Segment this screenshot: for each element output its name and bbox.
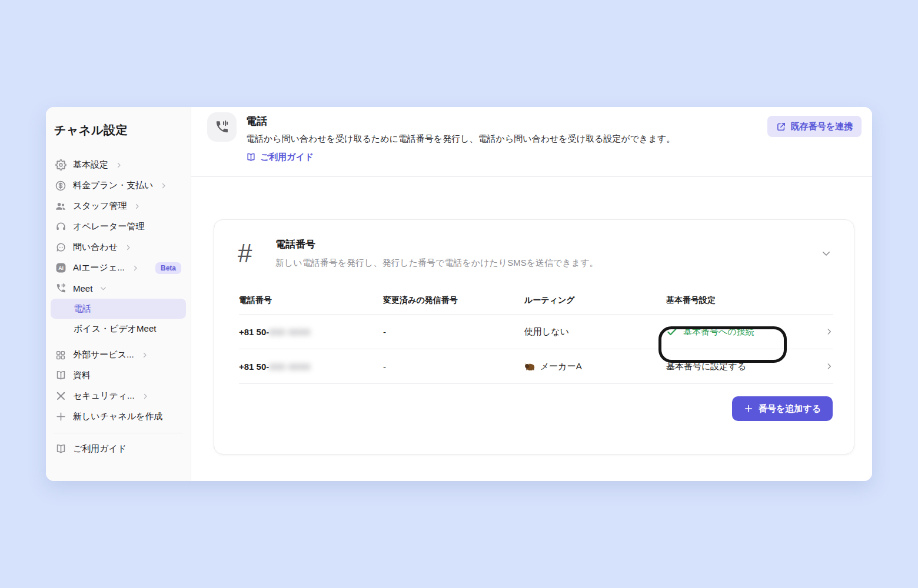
dollar-circle-icon [54,180,67,192]
ai-icon: AI [54,262,67,274]
sidebar-item-label: セキュリティ... [73,390,135,402]
phone-number-prefix: +81 50- [239,327,269,337]
chevron-right-icon [160,182,167,189]
plus-icon [744,404,753,413]
book-icon [246,152,256,162]
people-icon [54,201,67,212]
card-footer: 番号を追加する [214,384,854,421]
chevron-right-icon [132,265,139,272]
caller-id-cell: - [383,327,524,337]
phone-number-redacted: 000 0000 [269,362,311,372]
sidebar-item-label: オペレーター管理 [73,221,144,232]
chevron-right-icon [142,393,149,400]
book-icon [54,443,67,455]
collapse-chevron-down-icon[interactable] [821,248,831,259]
routing-cell: 使用しない [524,326,666,338]
table-row[interactable]: +81 50- 000 0000 - 使用しない 基本番号への接続 [239,315,833,349]
base-number-setting-cell[interactable]: 基本番号に設定する [666,361,817,372]
page-title: 電話 [246,114,675,128]
phone-number-cell: +81 50- 000 0000 [239,327,383,337]
book-icon [54,370,67,382]
column-header-caller-id: 変更済みの発信番号 [383,295,524,306]
sidebar-item-ai-agent[interactable]: AI AIエージェ... Beta [46,258,191,278]
bison-emoji [524,362,536,371]
base-number-setting-cell[interactable]: 基本番号への接続 [666,326,817,338]
usage-guide-link[interactable]: ご利用ガイド [246,152,314,163]
row-chevron-right-icon[interactable] [817,362,833,370]
sidebar-item-label: 新しいチャネルを作成 [73,411,162,422]
sidebar-item-voice-video-meet[interactable]: ボイス・ビデオMeet [51,319,186,339]
sidebar-item-label: 基本設定 [73,159,108,171]
svg-text:AI: AI [58,265,64,271]
chat-bubble-icon [54,242,67,253]
sidebar-item-label: Meet [73,283,92,293]
phone-icon [54,283,67,295]
card-header: # 電話番号 新しい電話番号を発行し、発行した番号で電話をかけたりSMSを送信で… [214,220,854,269]
phone-number-cell: +81 50- 000 0000 [239,362,383,372]
sidebar-item-label: 資料 [73,370,91,381]
sidebar-item-basic-settings[interactable]: 基本設定 [46,155,191,175]
sidebar-nav: 基本設定 料金プラン・支払い スタッフ管理 [46,155,191,459]
card-subtitle: 新しい電話番号を発行し、発行した番号で電話をかけたりSMSを送信できます。 [275,258,598,269]
headset-icon [54,221,67,233]
page-description: 電話から問い合わせを受け取るために電話番号を発行し、電話から問い合わせを受け取る… [246,133,675,145]
sidebar-item-label: ご利用ガイド [73,443,127,455]
sidebar-item-staff[interactable]: スタッフ管理 [46,196,191,216]
chevron-down-icon [99,285,107,292]
add-number-button-label: 番号を追加する [759,403,821,415]
header-text-block: 電話 電話から問い合わせを受け取るために電話番号を発行し、電話から問い合わせを受… [246,112,675,165]
phone-number-table: 電話番号 変更済みの発信番号 ルーティング 基本番号設定 +81 50- 000… [239,286,833,384]
base-number-setting-label: 基本番号への接続 [683,326,754,338]
sidebar-item-label: 問い合わせ [73,242,118,253]
chevron-right-icon [115,162,122,169]
app-window: チャネル設定 基本設定 料金プラン・支払い スタッフ管理 [46,107,872,481]
sidebar-title: チャネル設定 [54,122,191,138]
column-header-base-setting: 基本番号設定 [666,295,817,306]
routing-label: 使用しない [524,326,569,338]
sidebar-item-phone[interactable]: 電話 [51,299,186,319]
sidebar-item-meet[interactable]: Meet [46,278,191,299]
phone-channel-avatar [207,112,237,142]
header-divider [191,176,872,177]
sidebar-item-label: AIエージェ... [73,262,125,273]
main-content: 電話 電話から問い合わせを受け取るために電話番号を発行し、電話から問い合わせを受… [191,107,872,481]
grid-icon [54,349,67,361]
sidebar-item-security[interactable]: セキュリティ... [46,386,191,406]
routing-cell: メーカーA [524,361,666,372]
sidebar-item-documents[interactable]: 資料 [46,365,191,386]
card-title: 電話番号 [275,238,598,251]
chevron-right-icon [125,244,132,251]
usage-guide-link-label: ご利用ガイド [260,152,314,163]
chevron-right-icon [134,203,141,210]
sidebar-item-billing[interactable]: 料金プラン・支払い [46,175,191,196]
sidebar-item-label: スタッフ管理 [73,201,127,212]
hash-icon: # [238,240,275,266]
sidebar-item-label: 料金プラン・支払い [73,180,153,191]
link-existing-number-button[interactable]: 既存番号を連携 [767,116,862,137]
row-chevron-right-icon[interactable] [817,328,833,336]
beta-badge: Beta [155,262,181,274]
tools-icon [54,390,67,402]
phone-number-redacted: 000 0000 [269,327,311,337]
chevron-right-icon [141,352,148,359]
add-number-button[interactable]: 番号を追加する [732,396,833,421]
sidebar-item-usage-guide[interactable]: ご利用ガイド [46,439,191,459]
page-header: 電話 電話から問い合わせを受け取るために電話番号を発行し、電話から問い合わせを受… [191,107,872,165]
sidebar-item-label: 電話 [74,303,91,315]
table-row[interactable]: +81 50- 000 0000 - メーカーA 基本番号に設定する [239,349,833,384]
column-header-routing: ルーティング [524,295,666,306]
base-number-setting-label: 基本番号に設定する [666,361,746,372]
routing-label: メーカーA [540,361,582,372]
sidebar-item-operator[interactable]: オペレーター管理 [46,216,191,237]
sidebar-item-external-services[interactable]: 外部サービス... [46,345,191,365]
sidebar-item-inquiry[interactable]: 問い合わせ [46,237,191,258]
gear-icon [54,159,67,171]
caller-id-cell: - [383,362,524,372]
phone-number-prefix: +81 50- [239,362,269,372]
sidebar-item-label: ボイス・ビデオMeet [74,323,156,335]
column-header-number: 電話番号 [239,295,383,306]
link-existing-number-label: 既存番号を連携 [791,121,853,132]
sidebar-item-new-channel[interactable]: 新しいチャネルを作成 [46,406,191,427]
table-header-row: 電話番号 変更済みの発信番号 ルーティング 基本番号設定 [239,286,833,315]
check-icon [666,326,678,338]
